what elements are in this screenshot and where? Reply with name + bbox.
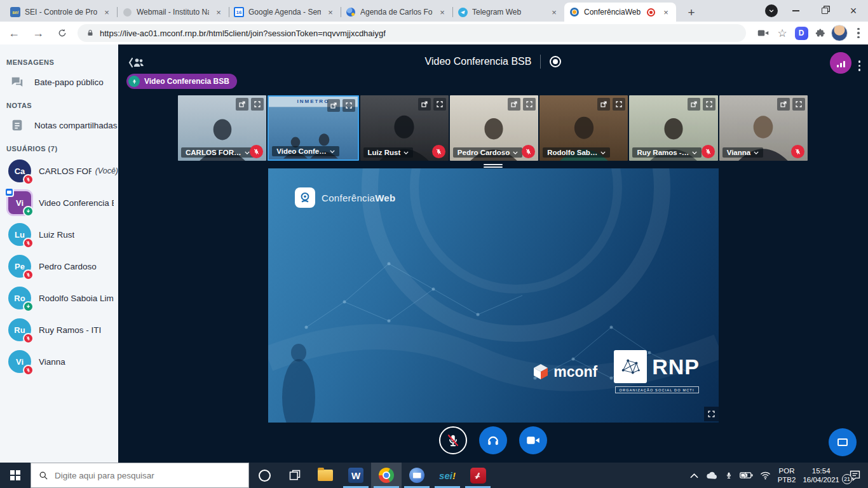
- clock[interactable]: 15:54 16/04/2021: [803, 466, 839, 485]
- audio-headphones-button[interactable]: [479, 426, 507, 454]
- webcam-fullscreen-icon[interactable]: [703, 98, 715, 111]
- task-view-button[interactable]: [280, 463, 310, 488]
- webcam-popout-icon[interactable]: [418, 98, 431, 111]
- webcam-share-button[interactable]: [519, 426, 547, 454]
- webcam-fullscreen-icon[interactable]: [613, 98, 625, 111]
- extensions-puzzle-icon[interactable]: [811, 24, 830, 43]
- shared-notes-item[interactable]: Notas compartilhadas: [0, 112, 118, 139]
- tab-separator: [452, 7, 453, 17]
- tab-close-icon[interactable]: ×: [437, 7, 447, 17]
- word-button[interactable]: W: [341, 463, 371, 488]
- bookmark-star-icon[interactable]: ☆: [773, 24, 792, 43]
- webcam-popout-icon[interactable]: [327, 99, 340, 112]
- tab-close-icon[interactable]: ×: [102, 7, 112, 17]
- action-center-button[interactable]: 21: [846, 467, 863, 484]
- restore-presentation-button[interactable]: [829, 428, 857, 456]
- user-name: Video Conferencia B…: [39, 198, 114, 208]
- user-row-luiz[interactable]: Lu Luiz Rust: [0, 219, 118, 250]
- webcam-popout-icon[interactable]: [688, 98, 700, 111]
- unmute-microphone-button[interactable]: [439, 426, 467, 454]
- user-row-video-conferencia[interactable]: Vi Video Conferencia B…: [0, 187, 118, 219]
- options-menu-icon[interactable]: [856, 58, 864, 74]
- webcam-popout-icon[interactable]: [597, 98, 610, 111]
- tab-agenda-carlos[interactable]: Agenda de Carlos Fort ×: [341, 3, 452, 22]
- public-chat-item[interactable]: Bate-papo público: [0, 69, 118, 95]
- chevron-down-icon[interactable]: [692, 151, 697, 154]
- webcam-carlos[interactable]: CARLOS FOR…: [178, 95, 266, 161]
- tab-conferenciaweb[interactable]: ConferênciaWeb ×: [564, 3, 676, 22]
- talking-indicator-pill[interactable]: Video Conferencia BSB: [126, 74, 237, 89]
- new-tab-button[interactable]: +: [682, 4, 700, 22]
- webcam-fullscreen-icon[interactable]: [433, 98, 446, 111]
- reload-button[interactable]: [52, 23, 72, 43]
- chevron-down-icon[interactable]: [513, 151, 518, 154]
- acrobat-button[interactable]: [463, 463, 493, 488]
- tab-close-icon[interactable]: ×: [214, 7, 224, 17]
- browser-menu-icon[interactable]: [849, 24, 868, 43]
- forward-button[interactable]: →: [28, 23, 48, 43]
- webcam-popout-icon[interactable]: [236, 98, 248, 111]
- webcam-luiz[interactable]: Luiz Rust: [360, 95, 449, 161]
- tab-google-agenda[interactable]: 16 Google Agenda - Sem ×: [229, 3, 341, 22]
- tab-close-icon[interactable]: ×: [661, 7, 671, 17]
- tab-search-button[interactable]: [759, 0, 784, 22]
- user-row-vianna[interactable]: Vi Vianna: [0, 346, 118, 377]
- start-button[interactable]: [0, 463, 31, 488]
- chrome-button[interactable]: [371, 463, 402, 488]
- user-row-carlos[interactable]: Ca CARLOS FORT… (Você): [0, 155, 118, 187]
- user-row-rodolfo[interactable]: Ro Rodolfo Saboia Lima…: [0, 282, 118, 314]
- mail-button[interactable]: [402, 463, 432, 488]
- webcam-video-conferencia[interactable]: INMETRO Video Confe…: [268, 95, 358, 161]
- chevron-down-icon[interactable]: [330, 150, 335, 153]
- language-indicator[interactable]: POR PTB2: [778, 466, 796, 485]
- chevron-down-icon[interactable]: [403, 151, 409, 154]
- tab-webmail[interactable]: Webmail - Instituto Na ×: [117, 3, 229, 22]
- file-explorer-button[interactable]: [310, 463, 341, 488]
- user-row-pedro[interactable]: Pe Pedro Cardoso: [0, 250, 118, 282]
- chevron-down-icon[interactable]: [245, 151, 250, 154]
- chevron-down-icon[interactable]: [600, 151, 606, 154]
- address-bar[interactable]: https://live-ac01.mconf.rnp.br/html5clie…: [78, 24, 746, 42]
- tab-close-icon[interactable]: ×: [325, 7, 336, 17]
- user-row-ruy[interactable]: Ru Ruy Ramos - ITI: [0, 314, 118, 346]
- webcam-fullscreen-icon[interactable]: [251, 98, 264, 111]
- webcam-popout-icon[interactable]: [508, 98, 520, 111]
- tab-sei[interactable]: sei SEI - Controle de Proc ×: [5, 3, 117, 22]
- window-close-button[interactable]: ×: [839, 0, 868, 22]
- battery-icon[interactable]: [740, 471, 753, 480]
- camera-permission-icon[interactable]: [754, 24, 773, 43]
- presentation-area[interactable]: ConferênciaWeb mconf RNP ORGANIZAÇÃO SOC…: [268, 168, 719, 423]
- connection-status-icon[interactable]: [830, 52, 851, 74]
- window-restore-button[interactable]: [811, 0, 839, 22]
- webcam-vianna[interactable]: Vianna: [719, 95, 808, 161]
- search-input[interactable]: [55, 471, 226, 480]
- cortana-button[interactable]: [249, 463, 280, 488]
- webcam-rodolfo[interactable]: Rodolfo Sab…: [539, 95, 628, 161]
- presentation-fullscreen-icon[interactable]: [704, 407, 719, 421]
- profile-avatar[interactable]: [830, 24, 849, 43]
- window-minimize-button[interactable]: [782, 0, 810, 22]
- tab-title: Agenda de Carlos Fort: [360, 8, 433, 17]
- sei-button[interactable]: sei!: [432, 463, 463, 488]
- webcam-popout-icon[interactable]: [777, 98, 790, 111]
- back-button[interactable]: ←: [4, 23, 24, 43]
- hidden-icons-chevron-icon[interactable]: [690, 473, 698, 478]
- tab-close-icon[interactable]: ×: [549, 7, 559, 17]
- webcam-name: Video Confe…: [276, 147, 326, 155]
- record-button[interactable]: [550, 56, 561, 67]
- listen-only-badge-icon: [23, 301, 34, 312]
- taskbar-search[interactable]: [31, 463, 249, 488]
- webcam-fullscreen-icon[interactable]: [523, 98, 536, 111]
- webcam-muted-icon: [791, 145, 804, 158]
- webcam-pedro[interactable]: Pedro Cardoso: [450, 95, 538, 161]
- webcam-fullscreen-icon[interactable]: [792, 98, 805, 111]
- chevron-down-icon[interactable]: [754, 151, 759, 154]
- wifi-icon[interactable]: [760, 471, 771, 480]
- microphone-tray-icon[interactable]: [725, 470, 733, 480]
- extension-d-icon[interactable]: D: [792, 24, 811, 43]
- webcam-fullscreen-icon[interactable]: [342, 99, 355, 112]
- webcam-ruy[interactable]: Ruy Ramos -…: [629, 95, 717, 161]
- tab-telegram[interactable]: Telegram Web ×: [452, 3, 564, 22]
- mic-muted-badge-icon: [23, 238, 34, 248]
- onedrive-icon[interactable]: [705, 471, 718, 480]
